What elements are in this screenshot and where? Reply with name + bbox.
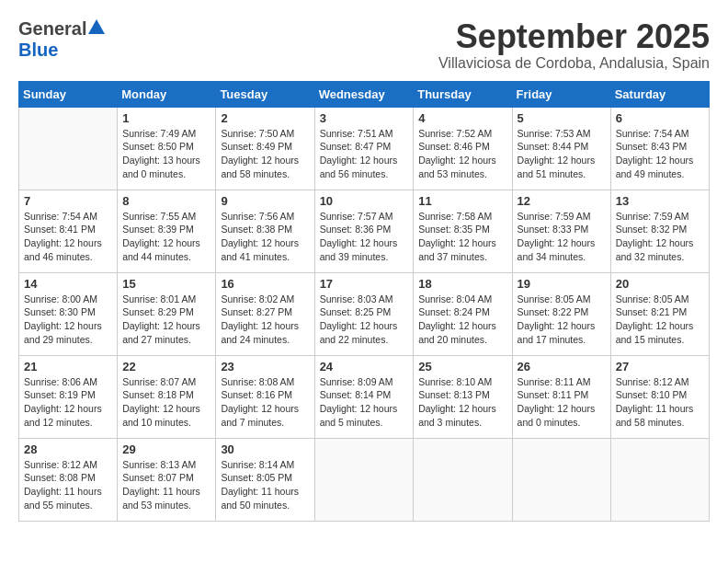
day-number: 3 bbox=[320, 111, 409, 125]
day-info: Sunrise: 8:02 AM Sunset: 8:27 PM Dayligh… bbox=[221, 293, 309, 347]
day-info: Sunrise: 7:57 AM Sunset: 8:36 PM Dayligh… bbox=[320, 210, 409, 264]
day-info: Sunrise: 7:50 AM Sunset: 8:49 PM Dayligh… bbox=[221, 127, 309, 181]
day-info: Sunrise: 8:06 AM Sunset: 8:19 PM Dayligh… bbox=[24, 375, 112, 430]
day-number: 13 bbox=[616, 194, 704, 208]
day-number: 12 bbox=[518, 194, 606, 208]
day-info: Sunrise: 8:04 AM Sunset: 8:24 PM Dayligh… bbox=[418, 293, 506, 347]
calendar-cell: 8Sunrise: 7:55 AM Sunset: 8:39 PM Daylig… bbox=[118, 190, 216, 272]
day-info: Sunrise: 8:05 AM Sunset: 8:21 PM Dayligh… bbox=[616, 293, 704, 347]
day-number: 28 bbox=[24, 442, 112, 456]
calendar-cell: 12Sunrise: 7:59 AM Sunset: 8:33 PM Dayli… bbox=[512, 190, 610, 272]
calendar-cell: 26Sunrise: 8:11 AM Sunset: 8:11 PM Dayli… bbox=[512, 355, 610, 438]
day-number: 17 bbox=[320, 277, 409, 291]
calendar-cell: 4Sunrise: 7:52 AM Sunset: 8:46 PM Daylig… bbox=[414, 107, 512, 190]
month-title: September 2025 bbox=[438, 18, 710, 55]
weekday-header-row: SundayMondayTuesdayWednesdayThursdayFrid… bbox=[19, 81, 710, 107]
calendar-cell: 6Sunrise: 7:54 AM Sunset: 8:43 PM Daylig… bbox=[610, 107, 709, 190]
day-number: 14 bbox=[24, 277, 112, 291]
calendar-cell: 20Sunrise: 8:05 AM Sunset: 8:21 PM Dayli… bbox=[610, 272, 709, 355]
day-number: 11 bbox=[418, 194, 506, 208]
calendar-cell: 18Sunrise: 8:04 AM Sunset: 8:24 PM Dayli… bbox=[414, 272, 512, 355]
calendar-cell: 29Sunrise: 8:13 AM Sunset: 8:07 PM Dayli… bbox=[118, 438, 216, 521]
calendar-cell bbox=[19, 107, 118, 190]
day-number: 8 bbox=[122, 194, 210, 208]
page-header: General Blue September 2025 Villaviciosa… bbox=[18, 18, 710, 72]
day-number: 5 bbox=[518, 111, 606, 125]
calendar-cell: 23Sunrise: 8:08 AM Sunset: 8:16 PM Dayli… bbox=[216, 355, 314, 438]
day-number: 6 bbox=[616, 111, 704, 125]
day-info: Sunrise: 8:12 AM Sunset: 8:08 PM Dayligh… bbox=[24, 458, 112, 512]
calendar-cell: 30Sunrise: 8:14 AM Sunset: 8:05 PM Dayli… bbox=[216, 438, 314, 521]
day-number: 1 bbox=[122, 111, 210, 125]
calendar-cell: 2Sunrise: 7:50 AM Sunset: 8:49 PM Daylig… bbox=[216, 107, 314, 190]
day-info: Sunrise: 8:01 AM Sunset: 8:29 PM Dayligh… bbox=[122, 293, 210, 347]
calendar-week-1: 1Sunrise: 7:49 AM Sunset: 8:50 PM Daylig… bbox=[19, 107, 710, 190]
day-info: Sunrise: 8:00 AM Sunset: 8:30 PM Dayligh… bbox=[24, 293, 112, 347]
calendar-cell bbox=[610, 438, 709, 521]
calendar-cell: 19Sunrise: 8:05 AM Sunset: 8:22 PM Dayli… bbox=[512, 272, 610, 355]
calendar-week-3: 14Sunrise: 8:00 AM Sunset: 8:30 PM Dayli… bbox=[19, 272, 710, 355]
weekday-header-saturday: Saturday bbox=[610, 81, 709, 107]
calendar-cell bbox=[314, 438, 414, 521]
location-title: Villaviciosa de Cordoba, Andalusia, Spai… bbox=[438, 55, 710, 72]
day-number: 24 bbox=[320, 360, 409, 373]
day-number: 27 bbox=[616, 360, 704, 373]
day-info: Sunrise: 8:14 AM Sunset: 8:05 PM Dayligh… bbox=[221, 458, 309, 512]
title-block: September 2025 Villaviciosa de Cordoba, … bbox=[438, 18, 710, 72]
logo: General Blue bbox=[18, 18, 105, 61]
day-number: 16 bbox=[221, 277, 309, 291]
day-info: Sunrise: 7:52 AM Sunset: 8:46 PM Dayligh… bbox=[418, 127, 506, 181]
day-info: Sunrise: 7:54 AM Sunset: 8:43 PM Dayligh… bbox=[616, 127, 704, 181]
calendar-week-5: 28Sunrise: 8:12 AM Sunset: 8:08 PM Dayli… bbox=[19, 438, 710, 521]
day-number: 19 bbox=[518, 277, 606, 291]
calendar-cell: 11Sunrise: 7:58 AM Sunset: 8:35 PM Dayli… bbox=[414, 190, 512, 272]
calendar-cell: 15Sunrise: 8:01 AM Sunset: 8:29 PM Dayli… bbox=[118, 272, 216, 355]
day-info: Sunrise: 8:12 AM Sunset: 8:10 PM Dayligh… bbox=[616, 375, 704, 430]
day-info: Sunrise: 7:51 AM Sunset: 8:47 PM Dayligh… bbox=[320, 127, 409, 181]
calendar-cell: 1Sunrise: 7:49 AM Sunset: 8:50 PM Daylig… bbox=[118, 107, 216, 190]
day-number: 7 bbox=[24, 194, 112, 208]
day-number: 20 bbox=[616, 277, 704, 291]
day-info: Sunrise: 8:05 AM Sunset: 8:22 PM Dayligh… bbox=[518, 293, 606, 347]
calendar-cell: 21Sunrise: 8:06 AM Sunset: 8:19 PM Dayli… bbox=[19, 355, 118, 438]
calendar-cell: 27Sunrise: 8:12 AM Sunset: 8:10 PM Dayli… bbox=[610, 355, 709, 438]
weekday-header-tuesday: Tuesday bbox=[216, 81, 314, 107]
day-info: Sunrise: 8:13 AM Sunset: 8:07 PM Dayligh… bbox=[122, 458, 210, 512]
day-info: Sunrise: 8:03 AM Sunset: 8:25 PM Dayligh… bbox=[320, 293, 409, 347]
day-number: 4 bbox=[418, 111, 506, 125]
logo-blue: Blue bbox=[18, 40, 58, 60]
day-info: Sunrise: 7:54 AM Sunset: 8:41 PM Dayligh… bbox=[24, 210, 112, 264]
day-number: 26 bbox=[518, 360, 606, 373]
logo-general: General bbox=[18, 18, 86, 40]
day-info: Sunrise: 7:58 AM Sunset: 8:35 PM Dayligh… bbox=[418, 210, 506, 264]
calendar-cell bbox=[512, 438, 610, 521]
calendar-cell: 10Sunrise: 7:57 AM Sunset: 8:36 PM Dayli… bbox=[314, 190, 414, 272]
day-number: 22 bbox=[122, 360, 210, 373]
day-info: Sunrise: 8:09 AM Sunset: 8:14 PM Dayligh… bbox=[320, 375, 409, 430]
day-number: 18 bbox=[418, 277, 506, 291]
calendar-cell: 14Sunrise: 8:00 AM Sunset: 8:30 PM Dayli… bbox=[19, 272, 118, 355]
calendar-week-4: 21Sunrise: 8:06 AM Sunset: 8:19 PM Dayli… bbox=[19, 355, 710, 438]
calendar-cell bbox=[414, 438, 512, 521]
weekday-header-wednesday: Wednesday bbox=[314, 81, 414, 107]
day-info: Sunrise: 8:10 AM Sunset: 8:13 PM Dayligh… bbox=[418, 375, 506, 430]
calendar-cell: 5Sunrise: 7:53 AM Sunset: 8:44 PM Daylig… bbox=[512, 107, 610, 190]
calendar-week-2: 7Sunrise: 7:54 AM Sunset: 8:41 PM Daylig… bbox=[19, 190, 710, 272]
weekday-header-friday: Friday bbox=[512, 81, 610, 107]
day-info: Sunrise: 7:56 AM Sunset: 8:38 PM Dayligh… bbox=[221, 210, 309, 264]
day-number: 30 bbox=[221, 442, 309, 456]
day-info: Sunrise: 7:49 AM Sunset: 8:50 PM Dayligh… bbox=[122, 127, 210, 181]
day-number: 23 bbox=[221, 360, 309, 373]
weekday-header-sunday: Sunday bbox=[19, 81, 118, 107]
day-info: Sunrise: 7:55 AM Sunset: 8:39 PM Dayligh… bbox=[122, 210, 210, 264]
calendar-cell: 3Sunrise: 7:51 AM Sunset: 8:47 PM Daylig… bbox=[314, 107, 414, 190]
logo-icon bbox=[88, 19, 105, 34]
day-number: 29 bbox=[122, 442, 210, 456]
calendar-cell: 24Sunrise: 8:09 AM Sunset: 8:14 PM Dayli… bbox=[314, 355, 414, 438]
day-info: Sunrise: 7:59 AM Sunset: 8:32 PM Dayligh… bbox=[616, 210, 704, 264]
calendar-cell: 25Sunrise: 8:10 AM Sunset: 8:13 PM Dayli… bbox=[414, 355, 512, 438]
weekday-header-thursday: Thursday bbox=[414, 81, 512, 107]
day-info: Sunrise: 8:07 AM Sunset: 8:18 PM Dayligh… bbox=[122, 375, 210, 430]
calendar-cell: 28Sunrise: 8:12 AM Sunset: 8:08 PM Dayli… bbox=[19, 438, 118, 521]
calendar-cell: 17Sunrise: 8:03 AM Sunset: 8:25 PM Dayli… bbox=[314, 272, 414, 355]
